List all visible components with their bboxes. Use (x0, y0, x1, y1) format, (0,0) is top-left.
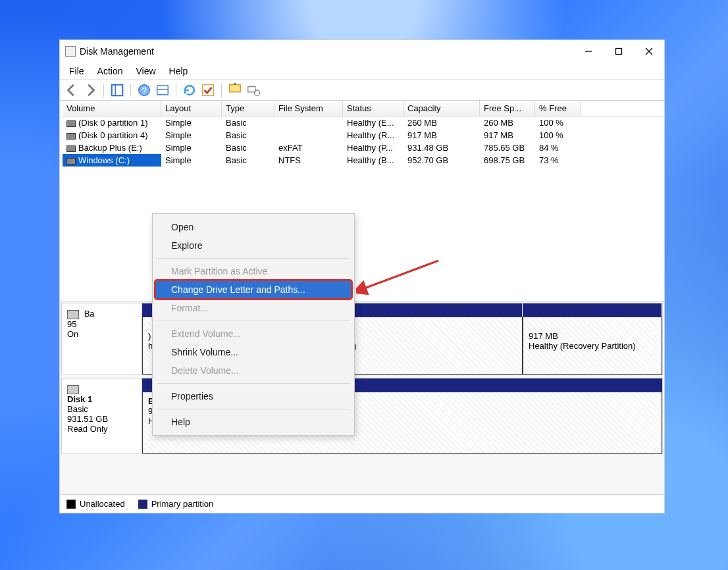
context-menu: OpenExploreMark Partition as ActiveChang… (152, 213, 355, 436)
context-menu-item: Extend Volume... (153, 324, 354, 343)
toolbar: ? (60, 80, 664, 101)
col-status[interactable]: Status (343, 101, 403, 116)
col-volume[interactable]: Volume (63, 101, 161, 116)
context-menu-item: Mark Partition as Active (153, 262, 354, 280)
context-menu-item[interactable]: Properties (153, 387, 354, 405)
menu-action[interactable]: Action (91, 65, 130, 78)
window-title: Disk Management (80, 46, 573, 57)
menu-help[interactable]: Help (163, 65, 195, 78)
col-layout[interactable]: Layout (161, 101, 222, 116)
disk-graphical-view: Ba 95 On WindWindows (C:)ows (C:) ) GB N… (60, 301, 664, 494)
disk-1-label: Disk 1 Basic 931.51 GB Read Only (62, 378, 142, 453)
help-icon[interactable]: ? (136, 82, 152, 98)
partition-recovery[interactable]: 917 MB Healthy (Recovery Partition) (523, 317, 662, 375)
volume-row[interactable]: Backup Plus (E:)SimpleBasicexFATHealthy … (60, 142, 664, 154)
list-bottom-icon[interactable] (227, 82, 243, 98)
refresh-icon[interactable] (182, 82, 197, 98)
context-menu-item[interactable]: Change Drive Letter and Paths... (155, 280, 351, 299)
app-icon (65, 46, 76, 57)
context-menu-item: Delete Volume... (153, 361, 354, 380)
col-free[interactable]: Free Sp... (480, 101, 535, 116)
context-menu-item[interactable]: Explore (153, 236, 354, 255)
volume-row[interactable]: Windows (C:)SimpleBasicNTFSHealthy (B...… (60, 154, 664, 167)
titlebar: Disk Management (60, 40, 664, 63)
disk-icon (67, 385, 79, 394)
menubar: File Action View Help (60, 63, 664, 80)
context-menu-item[interactable]: Shrink Volume... (153, 343, 354, 361)
context-menu-separator (158, 321, 349, 321)
maximize-button[interactable] (604, 40, 634, 63)
svg-rect-11 (230, 84, 241, 91)
list-view-icon[interactable] (246, 82, 261, 98)
minimize-button[interactable] (573, 40, 604, 63)
checkbox-icon[interactable] (200, 82, 216, 98)
svg-rect-12 (248, 86, 255, 91)
col-pct[interactable]: % Free (535, 101, 581, 116)
context-menu-item[interactable]: Help (153, 413, 354, 431)
close-button[interactable] (634, 40, 664, 63)
col-capacity[interactable]: Capacity (403, 101, 480, 116)
menu-file[interactable]: File (63, 65, 91, 78)
svg-rect-4 (112, 84, 123, 95)
volume-row[interactable]: (Disk 0 partition 1)SimpleBasicHealthy (… (60, 117, 664, 129)
context-menu-item[interactable]: Open (153, 218, 354, 236)
forward-button[interactable] (82, 82, 98, 98)
svg-rect-1 (616, 49, 622, 55)
unallocated-swatch (66, 500, 76, 509)
settings-icon[interactable] (155, 82, 170, 98)
disk-management-window: Disk Management File Action View Help (59, 39, 665, 513)
disk-0-label: Ba 95 On (62, 303, 142, 375)
disk-icon (67, 310, 79, 319)
primary-swatch (138, 500, 147, 509)
svg-rect-10 (203, 84, 214, 95)
volume-list: Volume Layout Type File System Status Ca… (60, 101, 664, 301)
legend: Unallocated Primary partition (60, 494, 664, 513)
svg-point-13 (254, 90, 259, 95)
col-filesystem[interactable]: File System (274, 101, 343, 116)
svg-rect-8 (157, 86, 169, 95)
context-menu-separator (158, 258, 349, 259)
svg-text:?: ? (142, 86, 147, 95)
context-menu-separator (158, 409, 349, 409)
context-menu-item: Format... (153, 299, 354, 317)
volume-row[interactable]: (Disk 0 partition 4)SimpleBasicHealthy (… (60, 129, 664, 142)
view-icon[interactable] (109, 82, 125, 98)
context-menu-separator (158, 383, 349, 384)
col-type[interactable]: Type (222, 101, 274, 116)
back-button[interactable] (64, 82, 80, 98)
menu-view[interactable]: View (129, 65, 162, 78)
